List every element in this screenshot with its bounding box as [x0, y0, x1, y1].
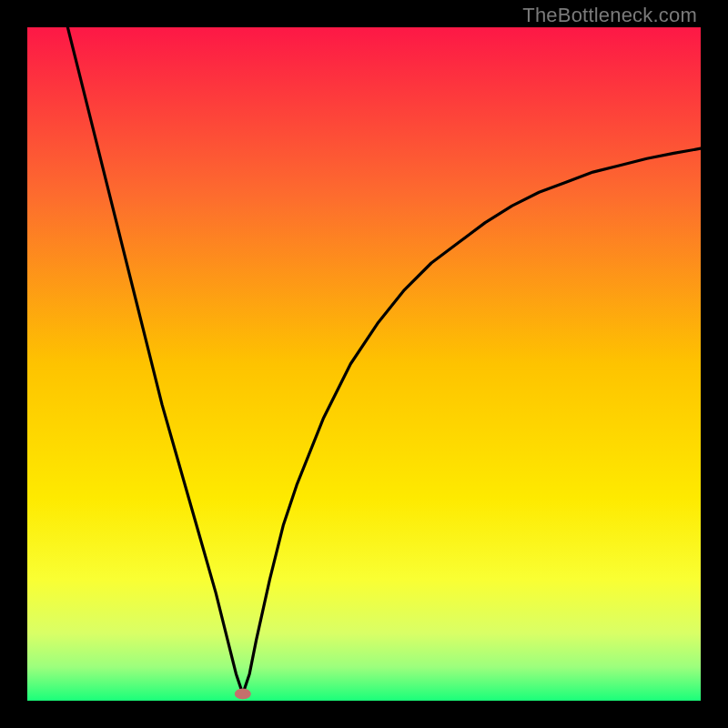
minimum-marker — [235, 689, 251, 700]
chart-svg — [27, 27, 701, 701]
chart-frame — [27, 27, 701, 701]
gradient-background — [27, 27, 701, 701]
watermark: TheBottleneck.com — [522, 4, 697, 27]
